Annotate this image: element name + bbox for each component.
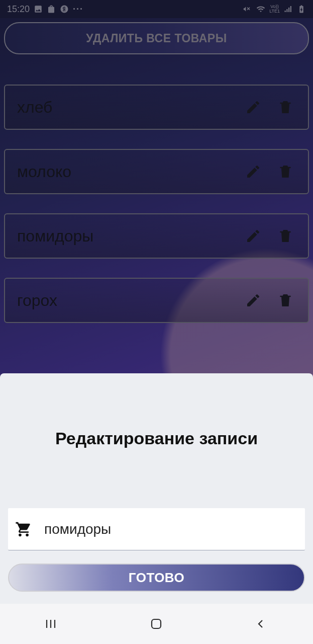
nav-recents-button[interactable] — [37, 612, 67, 636]
nav-back-button[interactable] — [246, 612, 276, 636]
recents-icon — [45, 618, 60, 630]
back-icon — [255, 618, 267, 630]
done-label: ГОТОВО — [129, 570, 184, 586]
home-icon — [149, 616, 164, 631]
sheet-title: Редактирование записи — [8, 429, 305, 448]
shopping-cart-icon — [15, 521, 32, 538]
done-button[interactable]: ГОТОВО — [8, 564, 305, 592]
nav-home-button[interactable] — [141, 612, 171, 636]
edit-input-row — [8, 508, 305, 550]
svg-rect-4 — [152, 619, 161, 628]
edit-input[interactable] — [44, 521, 298, 537]
android-nav-bar — [0, 604, 313, 644]
edit-sheet: Редактирование записи ГОТОВО — [0, 373, 313, 604]
